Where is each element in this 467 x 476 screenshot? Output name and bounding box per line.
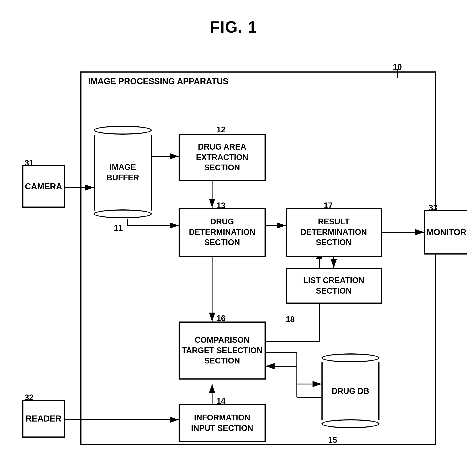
- comparison-target-box: COMPARISON TARGET SELECTION SECTION: [179, 321, 266, 380]
- cylinder-bottom-buffer: [94, 210, 152, 218]
- ref-17: 17: [324, 201, 333, 210]
- cylinder-top-db: [322, 353, 379, 362]
- camera-box: CAMERA: [22, 165, 65, 208]
- ref-15: 15: [328, 435, 337, 445]
- ref-13: 13: [217, 201, 225, 210]
- ref-31: 31: [25, 159, 34, 168]
- drug-db-cylinder: DRUG DB: [322, 353, 379, 429]
- information-input-box: INFORMATION INPUT SECTION: [179, 404, 266, 442]
- drug-determination-box: DRUG DETERMINATION SECTION: [179, 208, 266, 257]
- image-buffer-cylinder: IMAGE BUFFER: [94, 125, 152, 219]
- list-creation-box: LIST CREATION SECTION: [286, 268, 382, 304]
- ref-18: 18: [286, 315, 295, 324]
- ref-14: 14: [217, 396, 225, 406]
- reader-box: READER: [22, 400, 65, 437]
- cylinder-body-db: DRUG DB: [322, 362, 379, 420]
- monitor-box: MONITOR: [424, 210, 467, 254]
- cylinder-body-buffer: IMAGE BUFFER: [94, 135, 152, 211]
- ref-12: 12: [217, 125, 225, 134]
- cylinder-top-buffer: [94, 126, 152, 135]
- page-title: FIG. 1: [0, 0, 467, 36]
- diagram-container: 10 IMAGE PROCESSING APPARATUS IMAGE BUFF…: [18, 49, 449, 458]
- apparatus-label: IMAGE PROCESSING APPARATUS: [88, 77, 228, 86]
- result-determination-box: RESULT DETERMINATION SECTION: [286, 208, 382, 257]
- ref-32: 32: [25, 393, 34, 402]
- ref-33: 33: [428, 203, 438, 212]
- ref-11: 11: [114, 223, 123, 233]
- cylinder-bottom-db: [322, 419, 379, 428]
- drug-area-extraction-box: DRUG AREA EXTRACTION SECTION: [179, 134, 266, 181]
- ref-16: 16: [217, 314, 225, 323]
